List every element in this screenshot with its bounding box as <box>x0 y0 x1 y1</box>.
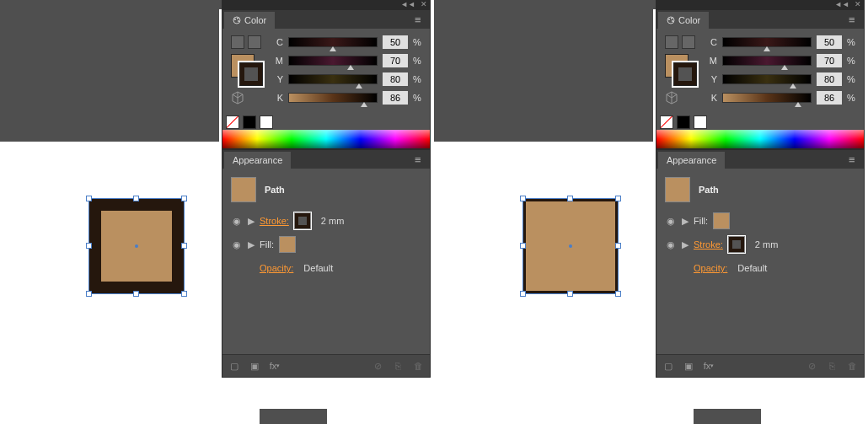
white-chip[interactable] <box>260 115 273 129</box>
stroke-weight[interactable]: 2 mm <box>321 216 345 226</box>
fill-stroke-proxy[interactable] <box>231 54 263 86</box>
add-fill-button[interactable]: ▣ <box>248 359 261 373</box>
c-value[interactable]: 50 <box>817 35 842 49</box>
clear-appearance-button[interactable]: ⊘ <box>371 359 384 373</box>
delete-item-button[interactable]: 🗑 <box>845 359 859 373</box>
handle-top-left[interactable] <box>520 196 526 201</box>
tab-color[interactable]: Color <box>224 12 275 29</box>
clear-appearance-button[interactable]: ⊘ <box>805 359 818 373</box>
handle-bottom-left[interactable] <box>520 291 526 297</box>
visibility-icon[interactable]: ◉ <box>665 216 677 227</box>
y-value[interactable]: 80 <box>817 72 842 86</box>
none-color-chip[interactable] <box>226 115 239 129</box>
handle-bottom[interactable] <box>567 291 573 297</box>
stroke-swatch[interactable] <box>294 212 311 229</box>
spectrum-bar[interactable] <box>222 130 430 148</box>
stroke-row[interactable]: ◉ ▶ Stroke: 2 mm <box>656 233 864 256</box>
panel-menu-icon[interactable] <box>415 155 426 164</box>
default-fill-stroke-icon[interactable] <box>248 35 261 49</box>
add-stroke-button[interactable]: ▢ <box>662 359 675 373</box>
white-chip[interactable] <box>694 115 707 129</box>
y-value[interactable]: 80 <box>383 72 408 86</box>
cube-3d-icon[interactable] <box>665 91 678 105</box>
tab-color[interactable]: Color <box>658 12 709 29</box>
appearance-thumb[interactable] <box>665 177 690 202</box>
add-stroke-button[interactable]: ▢ <box>228 359 241 373</box>
tab-appearance[interactable]: Appearance <box>658 152 725 169</box>
m-value[interactable]: 70 <box>817 54 842 67</box>
duplicate-item-button[interactable]: ⎘ <box>391 359 405 373</box>
opacity-row[interactable]: Opacity: Default <box>222 256 430 280</box>
disclosure-icon[interactable]: ▶ <box>682 239 689 250</box>
y-slider[interactable] <box>288 74 378 84</box>
handle-bottom-right[interactable] <box>615 291 621 297</box>
y-slider[interactable] <box>722 74 812 84</box>
selected-path-object[interactable] <box>523 199 618 293</box>
c-slider[interactable] <box>288 37 378 47</box>
handle-right[interactable] <box>181 243 187 249</box>
none-color-chip[interactable] <box>660 115 673 129</box>
close-icon[interactable]: ✕ <box>855 1 861 8</box>
opacity-label[interactable]: Opacity: <box>260 263 293 273</box>
handle-top-right[interactable] <box>181 196 187 201</box>
panel-menu-icon[interactable] <box>415 15 426 24</box>
add-effect-button[interactable]: fx▾ <box>702 359 715 373</box>
add-fill-button[interactable]: ▣ <box>682 359 695 373</box>
disclosure-icon[interactable]: ▶ <box>248 216 255 227</box>
k-value[interactable]: 86 <box>817 91 842 105</box>
black-chip[interactable] <box>243 115 256 129</box>
appearance-thumb[interactable] <box>231 177 256 202</box>
disclosure-icon[interactable]: ▶ <box>682 216 689 227</box>
stroke-row[interactable]: ◉ ▶ Stroke: 2 mm <box>222 209 430 233</box>
panel-menu-icon[interactable] <box>849 15 860 24</box>
opacity-label[interactable]: Opacity: <box>694 263 727 273</box>
selected-path-object[interactable] <box>89 199 184 293</box>
add-effect-button[interactable]: fx▾ <box>268 359 281 373</box>
k-slider[interactable] <box>288 93 378 103</box>
c-value[interactable]: 50 <box>383 35 408 49</box>
stroke-weight[interactable]: 2 mm <box>755 239 779 250</box>
handle-top-right[interactable] <box>615 196 621 201</box>
fill-row[interactable]: ◉ ▶ Fill: <box>656 209 864 233</box>
handle-left[interactable] <box>520 243 526 249</box>
handle-bottom[interactable] <box>133 291 139 297</box>
fill-row[interactable]: ◉ ▶ Fill: <box>222 233 430 256</box>
fill-swatch[interactable] <box>713 212 730 229</box>
stroke-proxy[interactable] <box>673 62 697 86</box>
m-slider[interactable] <box>288 56 378 66</box>
fill-swatch[interactable] <box>279 236 296 253</box>
c-slider[interactable] <box>722 37 812 47</box>
stroke-label[interactable]: Stroke: <box>260 216 289 226</box>
black-chip[interactable] <box>677 115 690 129</box>
stroke-proxy[interactable] <box>239 62 263 86</box>
opacity-row[interactable]: Opacity: Default <box>656 256 864 280</box>
m-value[interactable]: 70 <box>383 54 408 67</box>
handle-bottom-left[interactable] <box>86 291 92 297</box>
spectrum-bar[interactable] <box>656 130 864 148</box>
tab-appearance[interactable]: Appearance <box>224 152 291 169</box>
default-fill-stroke-icon[interactable] <box>682 35 695 49</box>
m-slider[interactable] <box>722 56 812 66</box>
cube-3d-icon[interactable] <box>231 91 244 105</box>
close-icon[interactable]: ✕ <box>421 1 427 8</box>
handle-top[interactable] <box>567 196 573 201</box>
visibility-icon[interactable]: ◉ <box>231 239 243 250</box>
swap-fill-stroke-icon[interactable] <box>665 35 678 49</box>
stroke-swatch[interactable] <box>728 236 745 253</box>
disclosure-icon[interactable]: ▶ <box>248 239 255 250</box>
fill-stroke-proxy[interactable] <box>665 54 697 86</box>
k-slider[interactable] <box>722 93 812 103</box>
stroke-label[interactable]: Stroke: <box>694 239 723 250</box>
panel-menu-icon[interactable] <box>849 155 860 164</box>
handle-bottom-right[interactable] <box>181 291 187 297</box>
collapse-icon[interactable]: ◄◄ <box>400 1 415 8</box>
fill-label[interactable]: Fill: <box>260 239 274 250</box>
visibility-icon[interactable]: ◉ <box>231 216 243 227</box>
handle-right[interactable] <box>615 243 621 249</box>
delete-item-button[interactable]: 🗑 <box>411 359 425 373</box>
fill-label[interactable]: Fill: <box>694 216 708 226</box>
handle-top-left[interactable] <box>86 196 92 201</box>
swap-fill-stroke-icon[interactable] <box>231 35 244 49</box>
handle-left[interactable] <box>86 243 92 249</box>
handle-top[interactable] <box>133 196 139 201</box>
